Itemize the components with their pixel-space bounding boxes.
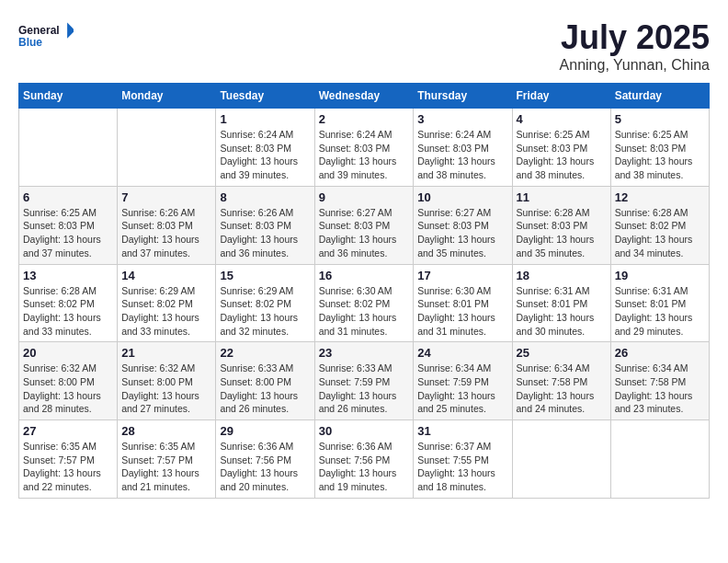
day-number: 22 (220, 346, 310, 360)
week-row-1: 1Sunrise: 6:24 AM Sunset: 8:03 PM Daylig… (19, 109, 710, 187)
calendar-cell: 8Sunrise: 6:26 AM Sunset: 8:03 PM Daylig… (216, 186, 314, 264)
day-info: Sunrise: 6:26 AM Sunset: 8:03 PM Dayligh… (121, 206, 211, 260)
calendar-cell: 24Sunrise: 6:34 AM Sunset: 7:59 PM Dayli… (414, 342, 512, 420)
weekday-header-tuesday: Tuesday (216, 84, 314, 109)
day-number: 16 (319, 269, 410, 282)
day-number: 5 (615, 112, 705, 126)
logo-svg: General Blue (18, 18, 74, 55)
day-number: 6 (23, 190, 113, 204)
day-number: 21 (121, 346, 211, 360)
day-info: Sunrise: 6:28 AM Sunset: 8:02 PM Dayligh… (23, 284, 113, 339)
day-number: 20 (23, 346, 113, 360)
logo: General Blue (18, 18, 74, 55)
day-number: 2 (319, 112, 410, 126)
month-year: July 2025 (560, 18, 710, 57)
location: Anning, Yunnan, China (560, 57, 710, 74)
day-number: 26 (615, 346, 705, 360)
day-info: Sunrise: 6:27 AM Sunset: 8:03 PM Dayligh… (319, 206, 410, 260)
calendar-cell: 6Sunrise: 6:25 AM Sunset: 8:03 PM Daylig… (19, 186, 118, 264)
calendar-cell: 31Sunrise: 6:37 AM Sunset: 7:55 PM Dayli… (414, 420, 512, 499)
week-row-5: 27Sunrise: 6:35 AM Sunset: 7:57 PM Dayli… (19, 420, 710, 499)
day-info: Sunrise: 6:25 AM Sunset: 8:03 PM Dayligh… (615, 128, 705, 182)
weekday-header-thursday: Thursday (414, 84, 512, 109)
day-info: Sunrise: 6:36 AM Sunset: 7:56 PM Dayligh… (220, 440, 310, 494)
calendar-cell: 26Sunrise: 6:34 AM Sunset: 7:58 PM Dayli… (610, 342, 709, 420)
day-info: Sunrise: 6:33 AM Sunset: 7:59 PM Dayligh… (319, 362, 410, 416)
day-info: Sunrise: 6:28 AM Sunset: 8:02 PM Dayligh… (615, 206, 705, 260)
week-row-2: 6Sunrise: 6:25 AM Sunset: 8:03 PM Daylig… (19, 186, 710, 264)
day-info: Sunrise: 6:26 AM Sunset: 8:03 PM Dayligh… (220, 206, 310, 260)
page-header: General Blue July 2025 Anning, Yunnan, C… (18, 18, 710, 74)
calendar-cell: 5Sunrise: 6:25 AM Sunset: 8:03 PM Daylig… (610, 109, 709, 187)
calendar-cell: 10Sunrise: 6:27 AM Sunset: 8:03 PM Dayli… (414, 186, 512, 264)
day-number: 12 (615, 190, 705, 204)
weekday-header-monday: Monday (118, 84, 216, 109)
day-number: 3 (417, 112, 507, 126)
week-row-4: 20Sunrise: 6:32 AM Sunset: 8:00 PM Dayli… (19, 342, 710, 420)
calendar-cell (512, 420, 610, 499)
week-row-3: 13Sunrise: 6:28 AM Sunset: 8:02 PM Dayli… (19, 264, 710, 342)
calendar-cell: 29Sunrise: 6:36 AM Sunset: 7:56 PM Dayli… (216, 420, 314, 499)
day-info: Sunrise: 6:30 AM Sunset: 8:02 PM Dayligh… (319, 284, 410, 339)
calendar-cell (610, 420, 709, 499)
day-number: 18 (517, 269, 607, 282)
calendar-cell: 18Sunrise: 6:31 AM Sunset: 8:01 PM Dayli… (512, 264, 610, 342)
day-info: Sunrise: 6:34 AM Sunset: 7:59 PM Dayligh… (417, 362, 507, 416)
calendar-cell: 14Sunrise: 6:29 AM Sunset: 8:02 PM Dayli… (118, 264, 216, 342)
day-number: 14 (121, 269, 211, 282)
day-number: 10 (417, 190, 507, 204)
svg-text:Blue: Blue (18, 36, 42, 49)
day-info: Sunrise: 6:35 AM Sunset: 7:57 PM Dayligh… (23, 440, 113, 494)
day-number: 30 (319, 424, 410, 438)
day-number: 9 (319, 190, 410, 204)
day-number: 24 (417, 346, 507, 360)
calendar-cell: 22Sunrise: 6:33 AM Sunset: 8:00 PM Dayli… (216, 342, 314, 420)
calendar-cell: 4Sunrise: 6:25 AM Sunset: 8:03 PM Daylig… (512, 109, 610, 187)
calendar-cell: 17Sunrise: 6:30 AM Sunset: 8:01 PM Dayli… (414, 264, 512, 342)
day-number: 17 (417, 269, 507, 282)
day-number: 13 (23, 269, 113, 282)
calendar-cell: 3Sunrise: 6:24 AM Sunset: 8:03 PM Daylig… (414, 109, 512, 187)
weekday-header-row: SundayMondayTuesdayWednesdayThursdayFrid… (19, 84, 710, 109)
calendar-cell: 2Sunrise: 6:24 AM Sunset: 8:03 PM Daylig… (314, 109, 414, 187)
day-info: Sunrise: 6:24 AM Sunset: 8:03 PM Dayligh… (417, 128, 507, 182)
day-number: 28 (121, 424, 211, 438)
calendar-cell: 12Sunrise: 6:28 AM Sunset: 8:02 PM Dayli… (610, 186, 709, 264)
day-info: Sunrise: 6:25 AM Sunset: 8:03 PM Dayligh… (517, 128, 607, 182)
calendar-cell: 16Sunrise: 6:30 AM Sunset: 8:02 PM Dayli… (314, 264, 414, 342)
calendar-cell (118, 109, 216, 187)
calendar-table: SundayMondayTuesdayWednesdayThursdayFrid… (18, 83, 710, 499)
day-number: 23 (319, 346, 410, 360)
day-info: Sunrise: 6:34 AM Sunset: 7:58 PM Dayligh… (615, 362, 705, 416)
day-info: Sunrise: 6:33 AM Sunset: 8:00 PM Dayligh… (220, 362, 310, 416)
svg-marker-2 (67, 23, 74, 39)
calendar-cell: 1Sunrise: 6:24 AM Sunset: 8:03 PM Daylig… (216, 109, 314, 187)
day-info: Sunrise: 6:36 AM Sunset: 7:56 PM Dayligh… (319, 440, 410, 494)
day-info: Sunrise: 6:28 AM Sunset: 8:03 PM Dayligh… (517, 206, 607, 260)
calendar-cell: 30Sunrise: 6:36 AM Sunset: 7:56 PM Dayli… (314, 420, 414, 499)
day-info: Sunrise: 6:37 AM Sunset: 7:55 PM Dayligh… (417, 440, 507, 494)
calendar-cell: 11Sunrise: 6:28 AM Sunset: 8:03 PM Dayli… (512, 186, 610, 264)
weekday-header-friday: Friday (512, 84, 610, 109)
calendar-cell: 20Sunrise: 6:32 AM Sunset: 8:00 PM Dayli… (19, 342, 118, 420)
day-info: Sunrise: 6:30 AM Sunset: 8:01 PM Dayligh… (417, 284, 507, 339)
day-number: 8 (220, 190, 310, 204)
day-info: Sunrise: 6:25 AM Sunset: 8:03 PM Dayligh… (23, 206, 113, 260)
day-info: Sunrise: 6:29 AM Sunset: 8:02 PM Dayligh… (121, 284, 211, 339)
svg-text:General: General (18, 24, 60, 37)
day-number: 19 (615, 269, 705, 282)
day-info: Sunrise: 6:34 AM Sunset: 7:58 PM Dayligh… (517, 362, 607, 416)
calendar-cell (19, 109, 118, 187)
day-info: Sunrise: 6:31 AM Sunset: 8:01 PM Dayligh… (517, 284, 607, 339)
day-number: 27 (23, 424, 113, 438)
calendar-cell: 19Sunrise: 6:31 AM Sunset: 8:01 PM Dayli… (610, 264, 709, 342)
calendar-cell: 25Sunrise: 6:34 AM Sunset: 7:58 PM Dayli… (512, 342, 610, 420)
day-info: Sunrise: 6:31 AM Sunset: 8:01 PM Dayligh… (615, 284, 705, 339)
day-number: 11 (517, 190, 607, 204)
title-block: July 2025 Anning, Yunnan, China (560, 18, 710, 74)
calendar-cell: 13Sunrise: 6:28 AM Sunset: 8:02 PM Dayli… (19, 264, 118, 342)
day-info: Sunrise: 6:29 AM Sunset: 8:02 PM Dayligh… (220, 284, 310, 339)
day-info: Sunrise: 6:35 AM Sunset: 7:57 PM Dayligh… (121, 440, 211, 494)
calendar-cell: 27Sunrise: 6:35 AM Sunset: 7:57 PM Dayli… (19, 420, 118, 499)
calendar-cell: 23Sunrise: 6:33 AM Sunset: 7:59 PM Dayli… (314, 342, 414, 420)
